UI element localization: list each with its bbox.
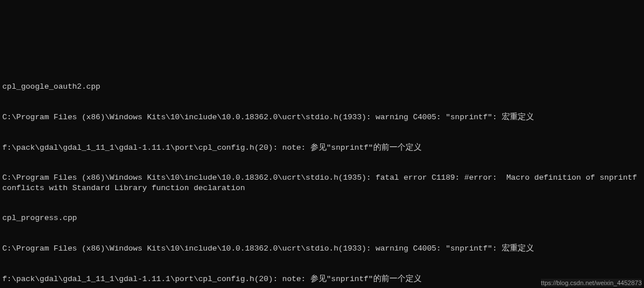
terminal-line: cpl_progress.cpp	[2, 213, 642, 223]
terminal-line: C:\Program Files (x86)\Windows Kits\10\i…	[2, 244, 642, 254]
terminal-line: f:\pack\gdal\gdal_1_11_1\gdal-1.11.1\por…	[2, 143, 642, 153]
terminal-lines-top: cpl_google_oauth2.cpp C:\Program Files (…	[2, 62, 642, 288]
terminal-output: cpl_google_oauth2.cpp C:\Program Files (…	[0, 40, 644, 288]
terminal-line: C:\Program Files (x86)\Windows Kits\10\i…	[2, 112, 642, 123]
terminal-line: cpl_google_oauth2.cpp	[2, 82, 642, 92]
watermark-text: ttps://blog.csdn.net/weixin_4452873	[541, 279, 642, 287]
terminal-line: C:\Program Files (x86)\Windows Kits\10\i…	[2, 173, 642, 193]
